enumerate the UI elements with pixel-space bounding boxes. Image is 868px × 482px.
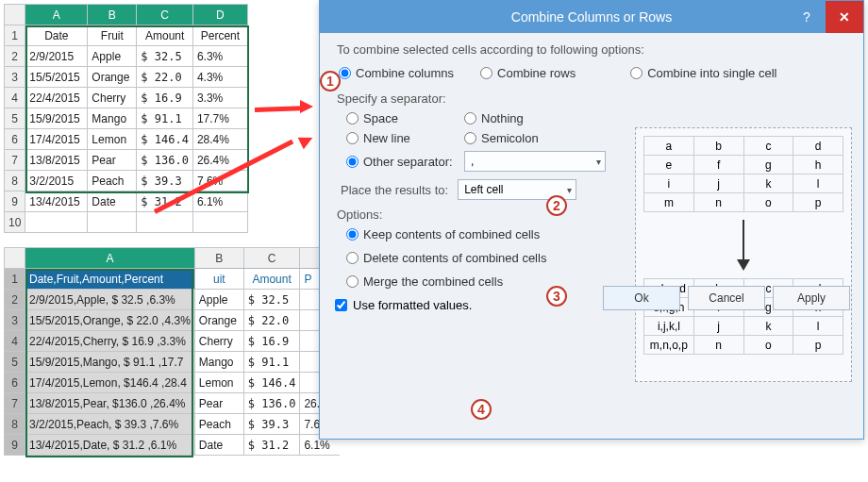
cell[interactable]: Date (25, 25, 88, 46)
radio-input[interactable] (346, 156, 359, 168)
row-header[interactable]: 10 (5, 212, 25, 233)
row-header[interactable]: 9 (5, 191, 25, 212)
cell[interactable]: Date (88, 191, 137, 212)
cell[interactable]: Mango (194, 352, 243, 373)
cell[interactable]: Pear (88, 150, 137, 171)
cell[interactable]: 15/9/2015 (25, 108, 88, 129)
cell[interactable]: 17/4/2015,Lemon, $146.4 ,28.4 (25, 373, 195, 393)
apply-button[interactable]: Apply (773, 286, 850, 310)
cell[interactable]: Cherry (194, 331, 243, 352)
close-button[interactable]: ✕ (826, 1, 863, 33)
cell[interactable]: 15/9/2015,Mango, $ 91.1 ,17.7 (25, 352, 195, 373)
radio-input[interactable] (464, 132, 476, 144)
cell[interactable]: Lemon (88, 129, 137, 150)
ok-button[interactable]: Ok (603, 286, 680, 310)
checkbox-formatted[interactable] (335, 299, 347, 311)
radio-input[interactable] (464, 112, 476, 125)
row-header[interactable]: 3 (5, 310, 25, 331)
radio-combine-columns[interactable]: Combine columns (339, 66, 454, 80)
cell[interactable]: 3/2/2015,Peach, $ 39.3 ,7.6% (25, 414, 195, 435)
radio-semicolon[interactable]: Semicolon (464, 131, 582, 145)
col-header-d[interactable]: D (192, 5, 247, 25)
cell[interactable]: Cherry (88, 88, 137, 108)
cancel-button[interactable]: Cancel (688, 286, 765, 310)
col-header-b[interactable]: B (194, 248, 243, 269)
row-header[interactable]: 5 (5, 352, 25, 373)
cell[interactable]: Orange (194, 310, 243, 331)
cell[interactable]: Apple (88, 46, 137, 67)
row-header[interactable]: 6 (5, 373, 25, 393)
row-header[interactable]: 9 (5, 435, 25, 456)
row-header[interactable]: 4 (5, 331, 25, 352)
cell[interactable]: 17/4/2015 (25, 129, 88, 150)
row-header[interactable]: 7 (5, 150, 25, 171)
row-header[interactable]: 1 (5, 25, 25, 46)
row-header[interactable]: 2 (5, 46, 25, 67)
cell[interactable]: 2/9/2015 (25, 46, 88, 67)
row-header[interactable]: 8 (5, 171, 25, 191)
cell[interactable] (192, 212, 247, 233)
radio-input[interactable] (346, 228, 359, 241)
corner-cell[interactable] (5, 5, 25, 25)
col-header-a[interactable]: A (25, 248, 195, 269)
radio-input[interactable] (630, 67, 643, 79)
cell[interactable]: $ 146.4 (243, 373, 300, 393)
cell[interactable] (88, 212, 137, 233)
cell[interactable]: $ 31.2 (243, 435, 300, 456)
radio-input[interactable] (346, 132, 359, 144)
cell[interactable] (137, 212, 193, 233)
radio-input[interactable] (346, 112, 359, 125)
result-table[interactable]: A B C 1 Date,Fruit,Amount,Percent uit Am… (4, 247, 340, 456)
cell[interactable]: $ 32.5 (243, 290, 300, 310)
cell[interactable]: 13/8/2015 (25, 150, 88, 171)
col-header-c[interactable]: C (137, 5, 193, 25)
row-header[interactable]: 8 (5, 414, 25, 435)
cell[interactable]: 13/4/2015,Date, $ 31.2 ,6.1% (25, 435, 195, 456)
cell[interactable]: 3.3% (192, 88, 247, 108)
cell[interactable]: Amount (137, 25, 193, 46)
cell[interactable]: 6.1% (192, 191, 247, 212)
radio-space[interactable]: Space (346, 111, 464, 125)
col-header-b[interactable]: B (88, 5, 137, 25)
dialog-titlebar[interactable]: Combine Columns or Rows ? ✕ (320, 1, 863, 33)
cell[interactable]: Mango (88, 108, 137, 129)
radio-combine-single[interactable]: Combine into single cell (630, 66, 776, 80)
row-header[interactable]: 5 (5, 108, 25, 129)
cell[interactable]: $ 136.0 (243, 393, 300, 414)
cell[interactable]: $ 22.0 (243, 310, 300, 331)
cell[interactable]: $ 136.0 (137, 150, 193, 171)
cell[interactable]: 4.3% (192, 67, 247, 88)
row-header[interactable]: 3 (5, 67, 25, 88)
other-separator-input[interactable]: , ▾ (464, 151, 606, 172)
cell[interactable]: 22/4/2015,Cherry, $ 16.9 ,3.3% (25, 331, 195, 352)
row-header[interactable]: 2 (5, 290, 25, 310)
row-header[interactable]: 4 (5, 88, 25, 108)
cell[interactable]: $ 146.4 (137, 129, 193, 150)
row-header[interactable]: 6 (5, 129, 25, 150)
radio-input[interactable] (346, 275, 359, 288)
row-header[interactable]: 7 (5, 393, 25, 414)
radio-other[interactable]: Other separator: (346, 155, 464, 169)
cell[interactable]: Apple (194, 290, 243, 310)
cell[interactable]: Date (194, 435, 243, 456)
cell[interactable]: 3/2/2015 (25, 171, 88, 191)
source-table[interactable]: A B C D 1 Date Fruit Amount Percent 22/9… (4, 4, 248, 233)
cell[interactable]: Percent (192, 25, 247, 46)
radio-input[interactable] (339, 67, 351, 79)
cell[interactable]: $ 91.1 (243, 352, 300, 373)
cell[interactable]: 13/8/2015,Pear, $136.0 ,26.4% (25, 393, 195, 414)
cell[interactable]: 13/4/2015 (25, 191, 88, 212)
cell[interactable]: $ 22.0 (137, 67, 193, 88)
cell[interactable]: $ 32.5 (137, 46, 193, 67)
radio-nothing[interactable]: Nothing (464, 111, 582, 125)
cell[interactable]: 22/4/2015 (25, 88, 88, 108)
cell[interactable]: Lemon (194, 373, 243, 393)
cell[interactable]: $ 16.9 (243, 331, 300, 352)
cell[interactable]: Orange (88, 67, 137, 88)
cell[interactable]: 2/9/2015,Apple, $ 32.5 ,6.3% (25, 290, 195, 310)
help-button[interactable]: ? (788, 1, 826, 33)
corner-cell[interactable] (5, 248, 25, 269)
cell[interactable]: $ 39.3 (243, 414, 300, 435)
cell[interactable]: $ 39.3 (137, 171, 193, 191)
cell[interactable]: 17.7% (192, 108, 247, 129)
